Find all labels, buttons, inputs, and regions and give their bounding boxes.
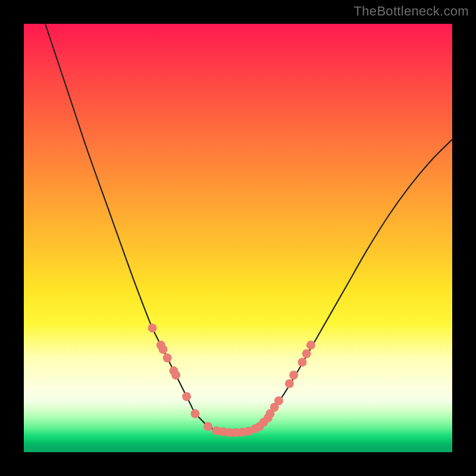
bottleneck-curve <box>45 24 452 433</box>
data-point <box>285 379 294 388</box>
watermark-text: TheBottleneck.com <box>354 4 469 19</box>
data-point <box>163 353 172 362</box>
chart-frame: TheBottleneck.com <box>0 0 476 476</box>
data-point <box>203 422 212 431</box>
data-point <box>302 349 311 358</box>
curve-left-branch <box>45 24 217 431</box>
data-point <box>274 396 283 405</box>
curve-layer <box>24 24 452 452</box>
data-point <box>289 371 298 380</box>
data-point <box>171 371 180 380</box>
data-point <box>148 324 157 333</box>
data-point-markers <box>148 324 315 437</box>
plot-area <box>24 24 452 452</box>
data-point <box>182 392 191 401</box>
data-point <box>159 345 168 354</box>
data-point <box>191 409 200 418</box>
data-point <box>306 341 315 350</box>
data-point <box>298 358 307 367</box>
curve-right-branch <box>251 139 452 431</box>
